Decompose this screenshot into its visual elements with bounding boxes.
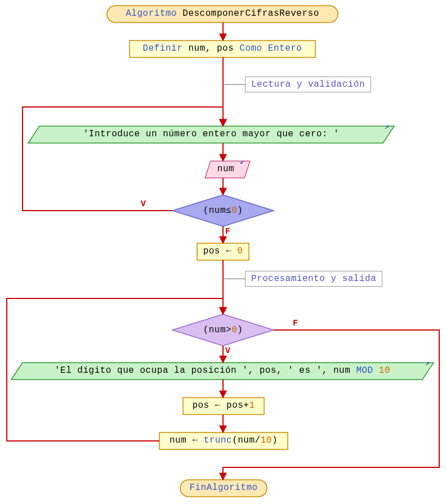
assign2-var: pos — [192, 400, 209, 411]
out2-ten: 10 — [379, 365, 390, 376]
assign2-arrow: ← — [215, 400, 221, 411]
cond2-op: > — [226, 325, 231, 335]
cond1-close: ) — [237, 206, 243, 216]
define-node: Definir num, pos Como Entero — [130, 43, 315, 53]
assign1-val: 0 — [237, 246, 243, 256]
decision2-false-label: F — [293, 319, 298, 328]
cond2-zero: 0 — [231, 325, 237, 335]
out2-c3: , — [322, 365, 328, 376]
output1-node: 'Introduce un número entero mayor que ce… — [28, 129, 394, 139]
assign1-var: pos — [203, 246, 220, 256]
out2-v1: pos — [260, 365, 276, 376]
decision1-false-label: F — [225, 227, 231, 237]
input-arrow-icon: ↙ — [240, 157, 245, 166]
comment2-text: Procesamiento y salida — [251, 274, 376, 284]
comment1-box: Lectura y validación — [245, 77, 371, 92]
cond2-var: num — [209, 325, 226, 335]
output1-text: 'Introduce un número entero mayor que ce… — [83, 129, 340, 139]
output-arrow-icon: ↗ — [385, 122, 390, 131]
output2-arrow-icon: ↗ — [425, 358, 430, 368]
define-type: Entero — [268, 43, 302, 53]
decision1-true-label: V — [141, 199, 146, 209]
define-vars: num, pos — [188, 43, 234, 53]
assign2-node: pos ← pos+1 — [183, 400, 264, 411]
end-text: FinAlgoritmo — [189, 483, 257, 493]
out2-p1: 'El dígito que ocupa la posición ' — [55, 365, 248, 376]
decision1-node: (num≤0) — [172, 206, 274, 216]
out2-c2: , — [276, 365, 282, 376]
cond2-close: ) — [237, 325, 243, 335]
cond1-zero: 0 — [231, 206, 237, 216]
output2-node: 'El dígito que ocupa la posición ', pos,… — [11, 365, 434, 376]
assign3-arrow: ← — [192, 435, 198, 445]
decision2-node: (num>0) — [172, 325, 274, 335]
assign1-arrow: ← — [226, 246, 231, 256]
start-name: DescomponerCifrasReverso — [182, 8, 319, 19]
assign3-slash: / — [255, 435, 261, 445]
cond1-var: num — [209, 206, 226, 216]
out2-c1: , — [248, 365, 253, 376]
assign3-func: trunc — [204, 435, 233, 445]
out2-v2: num — [333, 365, 350, 376]
decision2-true-label: V — [225, 346, 231, 356]
out2-mod: MOD — [356, 365, 373, 376]
comment2-box: Procesamiento y salida — [245, 271, 382, 287]
define-kw2: Como — [239, 43, 262, 53]
assign1-node: pos ← 0 — [197, 246, 249, 256]
assign3-close: ) — [272, 435, 278, 445]
assign3-ten: 10 — [261, 435, 272, 445]
assign2-eop: + — [243, 400, 249, 411]
end-node: FinAlgoritmo — [180, 483, 267, 493]
cond1-open: ( — [203, 206, 209, 216]
comment1-text: Lectura y validación — [251, 79, 365, 90]
start-keyword: Algoritmo — [126, 8, 177, 19]
cond1-op: ≤ — [226, 206, 231, 216]
assign3-node: num ← trunc(num/10) — [159, 435, 288, 445]
assign3-v: num — [238, 435, 255, 445]
assign3-open: ( — [232, 435, 238, 445]
define-kw1: Definir — [143, 43, 183, 53]
assign3-var: num — [170, 435, 186, 445]
out2-p2: ' es ' — [288, 365, 322, 376]
start-node: Algoritmo DescomponerCifrasReverso — [107, 8, 338, 19]
input1-text: num — [217, 164, 234, 174]
assign2-eval: 1 — [249, 400, 255, 411]
assign2-evar: pos — [226, 400, 243, 411]
cond2-open: ( — [203, 325, 209, 335]
